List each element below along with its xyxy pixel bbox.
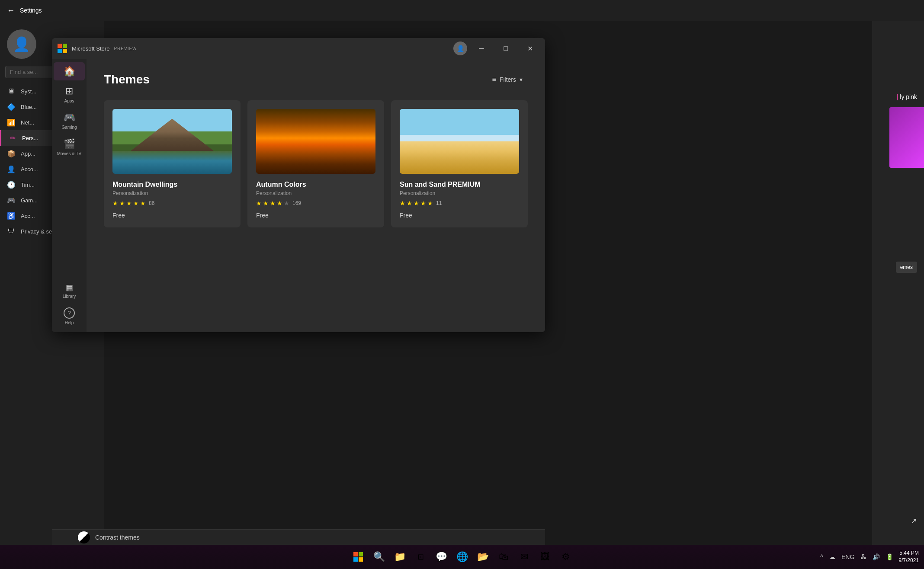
filters-label: Filters — [500, 76, 516, 83]
settings-title: Settings — [20, 7, 42, 14]
taskbar-mail-button[interactable]: ✉ — [515, 547, 534, 566]
clock-date: 9/7/2021 — [898, 557, 919, 564]
logo-blue — [58, 49, 62, 53]
taskbar-edge-button[interactable]: 🌐 — [452, 547, 472, 566]
settings-right-panel: | ly pink emes ↗ — [872, 21, 924, 569]
logo-green — [63, 44, 67, 48]
time-icon: 🕐 — [7, 180, 16, 189]
star-5-empty: ★ — [284, 200, 289, 207]
systray-volume-icon[interactable]: 🔊 — [871, 553, 882, 561]
theme-card-sun-and-sand[interactable]: Sun and Sand PREMIUM Personalization ★ ★… — [391, 100, 528, 227]
external-link-icon[interactable]: ↗ — [911, 516, 917, 526]
store-sidebar-item-help[interactable]: ? Help — [54, 304, 85, 329]
accounts-icon: 👤 — [7, 165, 16, 173]
star-4: ★ — [277, 200, 282, 207]
taskbar-explorer-button[interactable]: 📂 — [473, 547, 492, 566]
taskbar-store-button[interactable]: 🛍 — [494, 547, 513, 566]
star-2: ★ — [407, 200, 412, 207]
star-1: ★ — [400, 200, 405, 207]
taskbar-widgets-button[interactable]: ⊡ — [411, 547, 430, 566]
taskbar-settings-button[interactable]: ⚙ — [556, 547, 575, 566]
theme-price-sunsan: Free — [400, 212, 519, 219]
rating-count-mountain: 86 — [149, 200, 154, 206]
systray-lang[interactable]: ENG — [840, 553, 856, 561]
filters-button[interactable]: ≡ Filters ▾ — [487, 73, 528, 86]
star-2: ★ — [263, 200, 269, 207]
taskbar-systray: ^ ☁ ENG 🖧 🔊 🔋 — [818, 553, 895, 561]
store-maximize-button[interactable]: □ — [496, 42, 516, 55]
library-icon: ▦ — [66, 283, 73, 292]
settings-back-button[interactable]: ← — [7, 6, 15, 15]
clock-time: 5:44 PM — [898, 550, 919, 557]
store-titlebar: Microsoft Store PREVIEW 👤 ─ □ ✕ — [52, 38, 545, 59]
store-minimize-button[interactable]: ─ — [472, 42, 491, 55]
store-title: Microsoft Store — [72, 45, 109, 52]
star-5-half: ★ — [427, 200, 433, 207]
sunsan-image — [400, 109, 519, 174]
theme-price-autumn: Free — [256, 212, 375, 219]
theme-category-sunsan: Personalization — [400, 190, 519, 196]
contrast-icon — [78, 531, 90, 543]
rating-count-autumn: 169 — [292, 200, 301, 206]
theme-image-mountain — [112, 109, 232, 174]
autumn-image — [256, 109, 375, 174]
sidebar-movies-label: Movies & TV — [57, 151, 82, 156]
star-4: ★ — [420, 200, 426, 207]
settings-user-avatar[interactable]: 👤 — [7, 29, 36, 59]
taskbar-search-button[interactable]: 🔍 — [369, 547, 388, 566]
taskbar-files-button[interactable]: 📁 — [390, 547, 409, 566]
store-sidebar-item-movies[interactable]: 🎬 Movies & TV — [54, 135, 85, 160]
store-close-button[interactable]: ✕ — [520, 42, 540, 55]
theme-category-autumn: Personalization — [256, 190, 375, 196]
systray-cloud-icon[interactable]: ☁ — [828, 553, 837, 561]
privacy-icon: 🛡 — [7, 227, 16, 236]
store-user-avatar[interactable]: 👤 — [453, 42, 467, 55]
star-1: ★ — [256, 200, 262, 207]
store-sidebar-item-gaming[interactable]: 🎮 Gaming — [54, 109, 85, 133]
svg-rect-2 — [353, 557, 358, 562]
theme-stars-mountain: ★ ★ ★ ★ ★ 86 — [112, 200, 232, 207]
taskbar-photos-button[interactable]: 🖼 — [536, 547, 555, 566]
sidebar-help-label: Help — [65, 320, 74, 325]
theme-image-sunsan — [400, 109, 519, 174]
store-preview-badge: PREVIEW — [114, 46, 137, 51]
star-2: ★ — [119, 200, 125, 207]
store-sidebar-item-apps[interactable]: ⊞ Apps — [54, 82, 85, 107]
store-logo — [57, 43, 67, 54]
store-sidebar: 🏠 ⊞ Apps 🎮 Gaming 🎬 Movies & TV ▦ Librar… — [52, 59, 87, 332]
taskbar-center: 🔍 📁 ⊡ 💬 🌐 📂 🛍 ✉ 🖼 ⚙ — [349, 547, 575, 566]
accessibility-icon: ♿ — [7, 211, 16, 220]
settings-titlebar: ← Settings — [0, 0, 924, 21]
theme-name-mountain: Mountain Dwellings — [112, 181, 232, 189]
store-sidebar-item-library[interactable]: ▦ Library — [54, 279, 85, 302]
sidebar-item-label: Syst... — [21, 88, 36, 95]
gaming-icon: 🎮 — [7, 196, 16, 205]
taskbar-clock[interactable]: 5:44 PM 9/7/2021 — [898, 550, 919, 564]
star-1: ★ — [112, 200, 118, 207]
color-label: ly pink — [900, 93, 917, 100]
theme-image-autumn — [256, 109, 375, 174]
filters-icon: ≡ — [492, 76, 496, 83]
taskbar-teams-button[interactable]: 💬 — [432, 547, 451, 566]
sidebar-item-label: App... — [21, 150, 35, 157]
sidebar-item-label: Tim... — [21, 182, 35, 188]
bluetooth-icon: 🔷 — [7, 102, 16, 111]
svg-rect-3 — [359, 557, 363, 562]
accent-color-swatch[interactable] — [889, 107, 924, 168]
systray-chevron-icon[interactable]: ^ — [818, 553, 825, 561]
taskbar-start-button[interactable] — [349, 547, 368, 566]
chevron-down-icon: ▾ — [520, 76, 523, 83]
taskbar-right: ^ ☁ ENG 🖧 🔊 🔋 5:44 PM 9/7/2021 — [818, 550, 919, 564]
theme-card-autumn-colors[interactable]: Autumn Colors Personalization ★ ★ ★ ★ ★ … — [247, 100, 384, 227]
personalization-icon: ✏ — [8, 134, 17, 142]
theme-name-sunsan: Sun and Sand PREMIUM — [400, 181, 519, 189]
star-4: ★ — [133, 200, 139, 207]
logo-yellow — [63, 49, 67, 53]
store-sidebar-item-home[interactable]: 🏠 — [54, 62, 85, 80]
systray-network-icon[interactable]: 🖧 — [859, 553, 868, 561]
theme-card-mountain-dwellings[interactable]: Mountain Dwellings Personalization ★ ★ ★… — [104, 100, 241, 227]
contrast-themes-bar[interactable]: Contrast themes — [52, 529, 545, 545]
rating-count-sunsan: 11 — [436, 200, 442, 206]
systray-battery-icon[interactable]: 🔋 — [884, 553, 895, 561]
more-themes-button[interactable]: emes — [896, 262, 917, 273]
